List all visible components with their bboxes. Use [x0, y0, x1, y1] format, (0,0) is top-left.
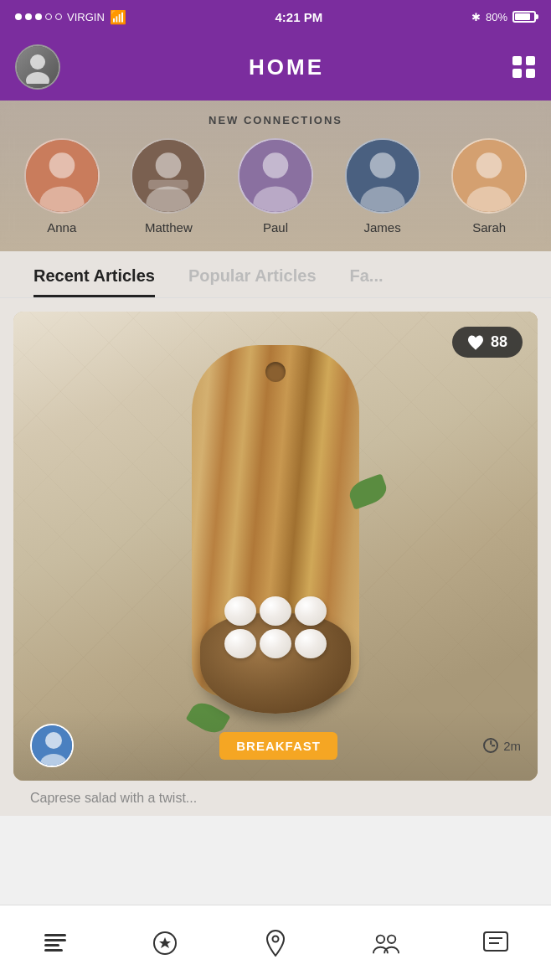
- connections-label: NEW CONNECTIONS: [8, 114, 543, 126]
- bluetooth-icon: ✱: [471, 11, 481, 23]
- mozz-2: [260, 596, 291, 626]
- tabs-section: Recent Articles Popular Articles Fa...: [0, 251, 551, 298]
- svg-point-19: [45, 732, 62, 749]
- location-nav-icon: [262, 930, 289, 957]
- svg-rect-24: [44, 949, 63, 952]
- status-time: 4:21 PM: [276, 10, 323, 24]
- article-overlay: BREAKFAST 2m: [13, 710, 538, 781]
- signal-dot-1: [15, 13, 22, 20]
- avatar-sarah: [451, 138, 527, 214]
- author-avatar[interactable]: [30, 724, 74, 767]
- avatar-matthew: [131, 138, 206, 214]
- heart-icon: [467, 335, 484, 350]
- header: HOME: [0, 34, 551, 101]
- grid-view-icon[interactable]: [512, 56, 536, 78]
- connection-anna[interactable]: Anna: [24, 138, 100, 235]
- connections-section: NEW CONNECTIONS Anna: [0, 101, 551, 251]
- svg-rect-22: [44, 939, 66, 941]
- matthew-name: Matthew: [145, 220, 193, 235]
- article-card[interactable]: 88 BREAKFAST 2m: [13, 312, 538, 781]
- mozz-4: [224, 629, 256, 658]
- nav-location[interactable]: [255, 922, 296, 964]
- svg-point-3: [49, 152, 75, 178]
- signal-dot-5: [55, 13, 62, 20]
- clock-icon: [483, 738, 498, 753]
- tab-favorites[interactable]: Fa...: [333, 251, 400, 297]
- signal-dot-2: [25, 13, 32, 20]
- tab-popular-articles[interactable]: Popular Articles: [172, 251, 333, 297]
- battery-percent: 80%: [486, 11, 507, 23]
- anna-initial: [26, 140, 98, 212]
- mozz-1: [224, 596, 256, 626]
- tab-recent-articles[interactable]: Recent Articles: [17, 251, 172, 297]
- svg-point-0: [30, 54, 45, 70]
- grid-cell-4: [526, 69, 535, 78]
- svg-point-1: [26, 72, 49, 84]
- sarah-initial: [453, 140, 525, 212]
- connection-james[interactable]: James: [345, 138, 420, 235]
- grid-cell-2: [526, 56, 535, 65]
- nav-messages[interactable]: [475, 922, 517, 964]
- category-badge[interactable]: BREAKFAST: [219, 732, 337, 760]
- signal-dot-3: [35, 13, 42, 20]
- article-peek: Caprese salad with a twist...: [13, 781, 538, 816]
- article-time: 2m: [503, 739, 521, 753]
- svg-point-13: [369, 152, 395, 178]
- paul-initial: [239, 140, 312, 212]
- status-left: VIRGIN 📶: [15, 9, 126, 25]
- svg-rect-21: [44, 934, 66, 936]
- user-avatar[interactable]: [15, 44, 60, 90]
- anna-name: Anna: [47, 220, 76, 235]
- avatar-james: [345, 138, 420, 214]
- people-nav-icon: [373, 930, 399, 957]
- wifi-icon: 📶: [110, 9, 126, 25]
- svg-point-6: [156, 152, 182, 178]
- carrier-label: VIRGIN: [67, 11, 105, 23]
- battery-icon: [512, 11, 536, 23]
- mozz-6: [295, 629, 327, 658]
- connections-row: Anna Matthew: [8, 138, 543, 235]
- connection-paul[interactable]: Paul: [238, 138, 313, 235]
- mozz-5: [260, 629, 291, 658]
- like-badge[interactable]: 88: [452, 327, 523, 358]
- svg-point-16: [476, 152, 502, 178]
- svg-point-27: [376, 935, 384, 942]
- james-initial: [347, 140, 419, 212]
- mozzarella-balls: [221, 596, 330, 658]
- nav-people[interactable]: [365, 922, 407, 964]
- user-avatar-img: [17, 46, 59, 88]
- battery-fill: [515, 13, 530, 20]
- bowl: [200, 613, 351, 714]
- bowl-container: [200, 613, 351, 714]
- svg-point-26: [272, 936, 278, 941]
- status-right: ✱ 80%: [471, 11, 536, 23]
- svg-point-10: [263, 152, 289, 178]
- grid-cell-3: [512, 69, 522, 78]
- status-bar: VIRGIN 📶 4:21 PM ✱ 80%: [0, 0, 551, 34]
- mozz-3: [295, 596, 327, 626]
- matthew-initial: [132, 140, 204, 212]
- svg-rect-23: [44, 944, 59, 946]
- favorites-nav-icon: [152, 930, 178, 957]
- svg-rect-8: [149, 180, 189, 189]
- svg-point-28: [387, 935, 394, 942]
- connection-matthew[interactable]: Matthew: [131, 138, 206, 235]
- grid-cell-1: [512, 56, 522, 65]
- avatar-anna: [24, 138, 100, 214]
- sarah-name: Sarah: [472, 220, 506, 235]
- article-image: 88 BREAKFAST 2m: [13, 312, 538, 781]
- like-count: 88: [491, 333, 507, 351]
- svg-rect-29: [484, 932, 507, 951]
- bottom-nav: [0, 905, 551, 980]
- signal-dot-4: [45, 13, 52, 20]
- nav-articles[interactable]: [34, 922, 76, 964]
- page-title: HOME: [249, 54, 324, 80]
- nav-favorites[interactable]: [144, 922, 186, 964]
- james-name: James: [363, 220, 400, 235]
- time-badge: 2m: [483, 738, 521, 753]
- connection-sarah[interactable]: Sarah: [451, 138, 527, 235]
- avatar-paul: [238, 138, 313, 214]
- messages-nav-icon: [482, 930, 509, 957]
- articles-nav-icon: [42, 930, 69, 957]
- paul-name: Paul: [263, 220, 288, 235]
